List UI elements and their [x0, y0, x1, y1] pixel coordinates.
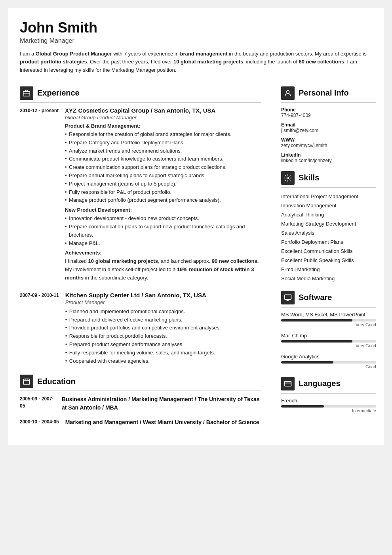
- main-column: Experience 2010-12 - present XYZ Cosmeti…: [8, 82, 273, 445]
- skills-list: International Project Management Innovat…: [281, 192, 376, 283]
- list-item: Responsible for the creation of global b…: [65, 130, 261, 139]
- candidate-summary: I am a Global Group Product Manager with…: [20, 50, 372, 75]
- languages-section-header: Languages: [281, 377, 376, 394]
- svg-rect-5: [285, 295, 291, 299]
- exp-company-1: XYZ Cosmetics Capital Group / San Antoni…: [65, 107, 261, 114]
- software-fill-3: [281, 361, 333, 364]
- language-level-1: Intermediate: [281, 408, 376, 413]
- experience-section-header: Experience: [20, 86, 261, 103]
- list-item: Provided product portfolios and competit…: [65, 324, 261, 332]
- software-level-1: Very Good: [281, 322, 376, 327]
- list-item: Prepared product segment performance ana…: [65, 341, 261, 349]
- list-item: Prepare communication plans to support n…: [65, 223, 261, 239]
- phone-info: Phone 774-987-4009: [281, 107, 376, 118]
- exp-role-2: Product Manager: [65, 299, 261, 305]
- software-bar-3: [281, 361, 376, 364]
- list-item: Fully responsible for P&L of product por…: [65, 188, 261, 197]
- exp-subheader-newproduct: New Product Development:: [65, 207, 261, 213]
- exp-date-1: 2010-12 - present: [20, 107, 59, 282]
- exp-bullets-product: Responsible for the creation of global b…: [65, 130, 261, 205]
- skill-item: Sales Analysis: [281, 228, 376, 237]
- software-bar-2: [281, 340, 376, 343]
- skills-section-header: Skills: [281, 171, 376, 188]
- list-item: Manage P&L.: [65, 239, 261, 248]
- linkedin-info: LinkedIn linkedin.com/in/johnzety: [281, 152, 376, 163]
- education-entry-2: 2000-10 - 2004-05 Marketing and Manageme…: [20, 418, 261, 427]
- list-item: Prepared and delivered effective marketi…: [65, 316, 261, 324]
- list-item: Manage product portfolio (product segmen…: [65, 196, 261, 205]
- resume-document: John Smith Marketing Manager I am a Glob…: [8, 8, 384, 445]
- experience-icon: [20, 86, 33, 100]
- exp-bullets-newproduct: Innovation development - develop new pro…: [65, 214, 261, 247]
- software-name-2: Mail Chimp: [281, 333, 376, 339]
- education-heading: Education: [37, 377, 76, 386]
- list-item: Analyze market trends and recommend solu…: [65, 147, 261, 155]
- exp-role-1: Global Group Product Manager: [65, 115, 261, 121]
- list-item: Innovation development - develop new pro…: [65, 214, 261, 223]
- exp-achievements-text: I finalized 10 global marketing projects…: [65, 257, 261, 282]
- list-item: Create communication support plans for s…: [65, 163, 261, 172]
- skill-item: Excellent Public Speaking Skills: [281, 256, 376, 265]
- software-item-1: MS Word, MS Excel, MS PowerPoint Very Go…: [281, 312, 376, 327]
- edu-degree-2: Marketing and Management / West Miami Un…: [65, 418, 259, 427]
- exp-content-2: Kitchen Supply Center Ltd / San Antonio,…: [65, 292, 261, 366]
- skill-item: Innovation Management: [281, 201, 376, 210]
- www-label: WWW: [281, 137, 376, 143]
- experience-entry-1: 2010-12 - present XYZ Cosmetics Capital …: [20, 107, 261, 282]
- skills-icon: [281, 171, 295, 185]
- skills-heading: Skills: [299, 173, 319, 182]
- linkedin-label: LinkedIn: [281, 152, 376, 158]
- candidate-title: Marketing Manager: [20, 37, 372, 44]
- svg-rect-6: [285, 381, 291, 386]
- language-name-1: French: [281, 398, 376, 404]
- skill-item: Analytical Thinking: [281, 210, 376, 219]
- www-info: WWW zety.com/mycv/j.smith: [281, 137, 376, 148]
- svg-point-4: [287, 177, 289, 179]
- language-bar-1: [281, 405, 376, 408]
- software-item-3: Google Analytics Good: [281, 354, 376, 369]
- linkedin-value: linkedin.com/in/johnzety: [281, 158, 376, 163]
- software-fill-1: [281, 319, 352, 322]
- software-level-3: Good: [281, 364, 376, 369]
- phone-value: 774-987-4009: [281, 113, 376, 118]
- list-item: Responsible for product portfolio foreca…: [65, 332, 261, 341]
- language-item-1: French Intermediate: [281, 398, 376, 413]
- languages-icon: [281, 377, 295, 390]
- list-item: Communicate product knowledge to custome…: [65, 155, 261, 163]
- sidebar: Personal Info Phone 774-987-4009 E-mail …: [273, 82, 384, 445]
- edu-content-2: Marketing and Management / West Miami Un…: [65, 418, 259, 427]
- skill-item: E-mail Marketing: [281, 265, 376, 274]
- experience-heading: Experience: [37, 88, 80, 98]
- personal-info-heading: Personal Info: [299, 88, 349, 98]
- education-section-header: Education: [20, 375, 261, 391]
- software-item-2: Mail Chimp Very Good: [281, 333, 376, 348]
- exp-subheader-product: Product & Brand Management:: [65, 123, 261, 129]
- language-fill-1: [281, 405, 324, 408]
- list-item: Prepare annual marketing plans to suppor…: [65, 172, 261, 180]
- software-icon: [281, 291, 295, 304]
- exp-company-2: Kitchen Supply Center Ltd / San Antonio,…: [65, 292, 261, 299]
- email-value: j.smith@zety.com: [281, 128, 376, 133]
- list-item: Fully responsible for meeting volume, sa…: [65, 349, 261, 357]
- candidate-name: John Smith: [20, 20, 372, 36]
- email-label: E-mail: [281, 122, 376, 128]
- software-fill-2: [281, 340, 352, 343]
- phone-label: Phone: [281, 107, 376, 113]
- svg-rect-0: [23, 92, 30, 96]
- software-name-3: Google Analytics: [281, 354, 376, 360]
- exp-date-2: 2007-09 - 2010-11: [20, 292, 59, 366]
- email-info: E-mail j.smith@zety.com: [281, 122, 376, 133]
- exp-content-1: XYZ Cosmetics Capital Group / San Antoni…: [65, 107, 261, 282]
- education-entry-1: 2005-09 - 2007-05 Business Administratio…: [20, 395, 261, 412]
- svg-rect-2: [24, 379, 30, 384]
- edu-date-2: 2000-10 - 2004-05: [20, 418, 59, 427]
- svg-point-3: [287, 90, 289, 93]
- www-value: zety.com/mycv/j.smith: [281, 143, 376, 148]
- skill-item: Excellent Communication Skills: [281, 247, 376, 256]
- exp-subheader-achievements: Achievements:: [65, 250, 261, 256]
- software-section-header: Software: [281, 291, 376, 308]
- experience-entry-2: 2007-09 - 2010-11 Kitchen Supply Center …: [20, 292, 261, 366]
- software-level-2: Very Good: [281, 343, 376, 348]
- education-icon: [20, 375, 33, 388]
- software-heading: Software: [299, 293, 332, 302]
